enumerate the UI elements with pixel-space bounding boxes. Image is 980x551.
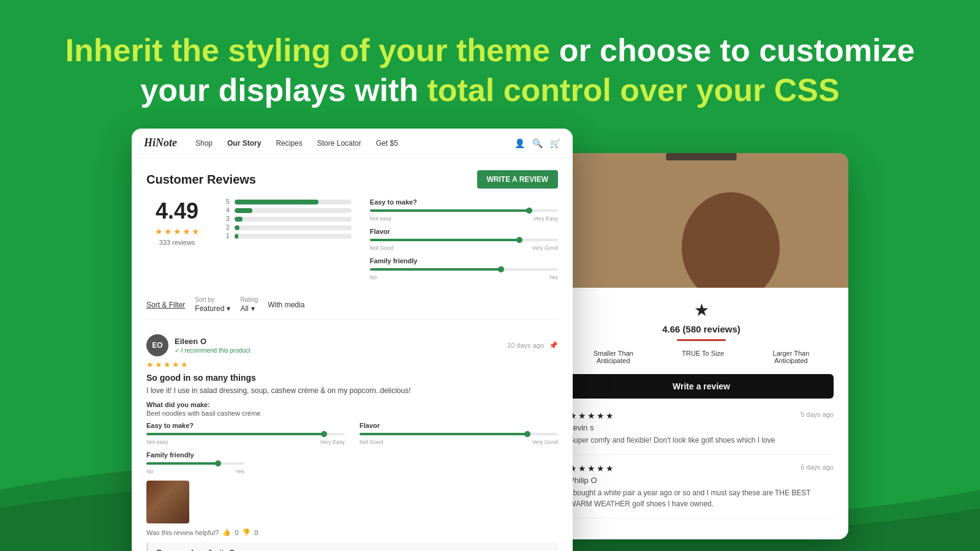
search-icon[interactable]: 🔍 [532, 138, 543, 148]
inline-easy-fill [146, 433, 325, 435]
review-image [146, 481, 189, 523]
svg-rect-3 [666, 153, 736, 160]
easy-to-make-label: Easy to make? [370, 198, 558, 206]
inline-flavor-fill [360, 433, 528, 435]
rating-select[interactable]: All ▾ [240, 304, 258, 313]
review-star-1: ★ [146, 360, 154, 369]
review-card-header: EO Eileen O ✓ I recommend this product 1… [146, 334, 558, 356]
thumbs-up-count: 0 [235, 529, 238, 536]
helpful-text: Was this review helpful? [146, 529, 219, 536]
sort-select[interactable]: Featured ▾ [195, 304, 230, 313]
response-from: Response from Justin C: [157, 549, 549, 551]
nav-link-store-locator[interactable]: Store Locator [317, 139, 361, 148]
reviewer-name: Eileen O [175, 337, 251, 346]
family-friendly-thumb [498, 266, 504, 272]
review-star-4: ★ [172, 360, 179, 369]
flavor-thumb [516, 237, 522, 243]
flavor-endpoints: Not Good Very Good [370, 245, 558, 251]
write-review-button[interactable]: WRITE A REVIEW [477, 170, 558, 189]
svg-rect-2 [554, 153, 848, 288]
rating-group: Rating All ▾ [240, 296, 258, 313]
r1-star4: ★ [597, 411, 605, 421]
nav-link-shop[interactable]: Shop [195, 139, 213, 148]
right-reviewer-name-1: kevin s [569, 423, 834, 432]
review-section-title: Customer Reviews [146, 173, 256, 187]
bar-fill-2 [235, 225, 239, 230]
sort-by-group: Sort by Featured ▾ [195, 296, 230, 313]
account-icon[interactable]: 👤 [514, 138, 525, 148]
inline-easy-track [146, 433, 345, 435]
bar-fill-3 [235, 217, 243, 222]
star-3: ★ [173, 227, 181, 236]
flavor-not-good: Not Good [370, 245, 394, 251]
family-friendly-inline-label: Family friendly [146, 451, 558, 459]
bar-label-3: 3 [226, 216, 231, 222]
r2-star2: ★ [578, 463, 586, 473]
bar-row-4: 4 [226, 207, 352, 214]
review-body-text: I love it! I use in salad dressing, soup… [146, 385, 558, 396]
sort-chevron-icon: ▾ [227, 304, 230, 313]
rating-summary: 4.49 ★ ★ ★ ★ ★ 333 reviews 5 [146, 198, 558, 287]
bar-row-5: 5 [226, 198, 352, 205]
bar-row-2: 2 [226, 224, 352, 231]
sort-filter-row: Sort & Filter Sort by Featured ▾ Rating … [146, 296, 558, 320]
sort-filter-link[interactable]: Sort & Filter [146, 301, 185, 309]
family-no: No [370, 274, 377, 280]
bar-label-2: 2 [226, 224, 231, 231]
right-review-date-2: 6 days ago [801, 463, 834, 471]
fit-true-label: TRUE To Size [682, 350, 724, 357]
helpful-row: Was this review helpful? 👍 0 👎 0 [146, 528, 558, 536]
overall-rating: 4.49 ★ ★ ★ ★ ★ 333 reviews [146, 198, 208, 287]
easy-to-make-fill [370, 209, 530, 212]
nav-link-recipes[interactable]: Recipes [276, 139, 302, 148]
right-review-text-2: I bought a white pair a year ago or so a… [569, 487, 834, 509]
fit-larger: Larger ThanAnticipated [773, 350, 810, 364]
cart-icon[interactable]: 🛒 [550, 138, 560, 148]
right-review-stars-1: ★ ★ ★ ★ ★ [569, 411, 614, 421]
screenshot-left: HiNote Shop Our Story Recipes Store Loca… [132, 129, 573, 551]
inline-sliders: Easy to make? Not easy Very Easy Flavor [146, 422, 558, 445]
write-review-right-button[interactable]: Write a review [569, 374, 834, 399]
thumbs-down-icon[interactable]: 👎 [242, 528, 251, 536]
bar-label-1: 1 [226, 233, 231, 239]
r1-star2: ★ [578, 411, 586, 421]
bar-fill-4 [235, 208, 252, 213]
nav-link-get5[interactable]: Get $5 [376, 139, 398, 148]
nav-links: Shop Our Story Recipes Store Locator Get… [195, 139, 514, 148]
r2-star4: ★ [597, 463, 605, 473]
review-count: 333 reviews [146, 239, 208, 246]
flavor-fill [370, 239, 521, 241]
bar-track-3 [235, 217, 352, 222]
nav-link-our-story[interactable]: Our Story [227, 139, 261, 148]
review-star-5: ★ [181, 360, 188, 369]
right-review-top-1: ★ ★ ★ ★ ★ 5 days ago [569, 411, 834, 421]
reviewer-initials: EO [152, 341, 162, 350]
rating-value: All [240, 304, 248, 313]
right-review-text-1: Super comfy and flexible! Don't look lik… [569, 435, 834, 446]
right-star-icon: ★ [694, 300, 709, 320]
thumbs-up-icon[interactable]: 👍 [222, 528, 231, 536]
right-review-item-1: ★ ★ ★ ★ ★ 5 days ago kevin s Super comfy… [569, 411, 834, 455]
review-content: Customer Reviews WRITE A REVIEW 4.49 ★ ★… [132, 158, 573, 551]
right-review-item-2: ★ ★ ★ ★ ★ 6 days ago Philip O I bought a… [569, 463, 834, 519]
inline-family-yes: Yes [235, 468, 244, 474]
review-stars: ★ ★ ★ ★ ★ [146, 360, 558, 369]
fit-row: Smaller ThanAnticipated TRUE To Size Lar… [569, 350, 834, 364]
nav-bar: HiNote Shop Our Story Recipes Store Loca… [132, 129, 573, 158]
right-reviewer-name-2: Philip O [569, 476, 834, 485]
right-review-panel: ★ 4.66 (580 reviews) Smaller ThanAnticip… [554, 288, 848, 539]
rating-bars: 5 4 3 [226, 198, 352, 287]
inline-easy-slider: Easy to make? Not easy Very Easy [146, 422, 345, 445]
family-friendly-fill [370, 268, 502, 271]
easy-very-easy: Very Easy [533, 216, 558, 222]
with-media-filter[interactable]: With media [268, 301, 304, 309]
fit-smaller-label: Smaller ThanAnticipated [594, 350, 633, 364]
family-friendly-track [370, 268, 558, 271]
headline: Inherit the styling of your theme or cho… [61, 31, 919, 110]
inline-flavor-endpoints: Not Good Very Good [360, 439, 558, 445]
screenshot-right: ★ 4.66 (580 reviews) Smaller ThanAnticip… [554, 153, 848, 539]
easy-to-make-slider: Easy to make? Not easy Very Easy [370, 198, 558, 222]
inline-flavor-slider: Flavor Not Good Very Good [360, 422, 558, 445]
nav-icons: 👤 🔍 🛒 [514, 138, 560, 148]
inline-flavor-label: Flavor [360, 422, 558, 429]
